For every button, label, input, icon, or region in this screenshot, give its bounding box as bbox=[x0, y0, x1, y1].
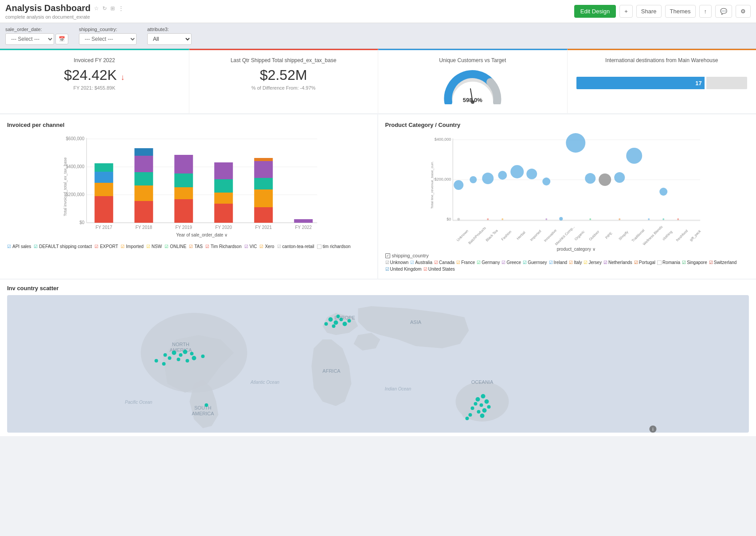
filter-shipping-country-label: shipping_country: bbox=[79, 27, 137, 32]
svg-text:NORTH: NORTH bbox=[172, 342, 189, 347]
gauge-value: 598.0% bbox=[463, 97, 482, 103]
scatter-title: Product Category / Country bbox=[385, 122, 749, 128]
svg-text:MeshKit Comp...: MeshKit Comp... bbox=[554, 225, 575, 246]
svg-point-87 bbox=[545, 218, 547, 220]
svg-rect-22 bbox=[134, 148, 153, 156]
charts-row: Invoiced per channel $600,000 $400,000 $… bbox=[0, 114, 756, 279]
svg-rect-21 bbox=[134, 156, 153, 172]
svg-text:Unknown: Unknown bbox=[456, 229, 469, 242]
themes-button[interactable]: Themes bbox=[665, 5, 696, 18]
kpi-last-qtr-title: Last Qtr Shipped Total shipped_ex_tax_ba… bbox=[198, 57, 369, 63]
legend-item-tim-r: ☑ Tim Richardson bbox=[205, 244, 242, 249]
kpi-down-arrow: ↓ bbox=[121, 73, 125, 82]
svg-text:$0: $0 bbox=[79, 220, 85, 225]
svg-point-116 bbox=[332, 324, 336, 328]
svg-text:i: i bbox=[652, 427, 653, 432]
bar-chart-legend: ☑ API sales ☑ DEFAULT shipping contact ☑… bbox=[7, 244, 370, 249]
svg-rect-38 bbox=[254, 158, 273, 161]
add-button[interactable]: + bbox=[619, 5, 633, 18]
star-icon[interactable]: ☆ bbox=[94, 5, 99, 12]
svg-text:FY 2022: FY 2022 bbox=[295, 225, 312, 230]
svg-point-115 bbox=[340, 318, 343, 321]
header-right: Edit Design + Share Themes ↑ 💬 ⚙ bbox=[574, 5, 751, 18]
svg-text:FY 2020: FY 2020 bbox=[215, 225, 232, 230]
svg-rect-19 bbox=[134, 185, 153, 201]
svg-rect-15 bbox=[94, 172, 113, 183]
svg-text:BatchProducts: BatchProducts bbox=[467, 226, 486, 245]
svg-text:Total line_revenue_base_curr.: Total line_revenue_base_curr. bbox=[430, 162, 434, 209]
legend-item-online: ☑ ONLINE bbox=[165, 244, 186, 249]
settings-button[interactable]: ⚙ bbox=[736, 5, 751, 18]
country-netherlands: ☑Netherlands bbox=[603, 260, 632, 265]
svg-point-70 bbox=[454, 180, 463, 190]
share-button[interactable]: Share bbox=[636, 5, 662, 18]
kpi-customers-title: Unique Customers vs Target bbox=[387, 57, 558, 63]
svg-point-132 bbox=[155, 359, 158, 363]
svg-text:Total invoiced_total_ex_tax_ba: Total invoiced_total_ex_tax_base bbox=[63, 158, 67, 217]
svg-text:Imported: Imported bbox=[529, 229, 542, 242]
svg-rect-37 bbox=[254, 161, 273, 178]
kpi-invoiced-title: Invoiced FY 2022 bbox=[9, 57, 180, 63]
country-romania: Romania bbox=[657, 260, 680, 265]
edit-design-button[interactable]: Edit Design bbox=[574, 5, 616, 18]
svg-point-91 bbox=[662, 218, 664, 220]
kpi-last-qtr: Last Qtr Shipped Total shipped_ex_tax_ba… bbox=[189, 49, 379, 113]
svg-text:ASIA: ASIA bbox=[410, 319, 422, 325]
date-picker-button[interactable]: 📅 bbox=[55, 34, 68, 44]
svg-text:FY 2019: FY 2019 bbox=[175, 225, 192, 230]
svg-rect-13 bbox=[94, 196, 113, 223]
refresh-icon[interactable]: ↻ bbox=[102, 5, 107, 12]
svg-point-120 bbox=[348, 319, 351, 323]
svg-point-117 bbox=[337, 315, 340, 318]
kpi-unique-customers: Unique Customers vs Target 598.0% bbox=[378, 49, 568, 113]
svg-text:$200,000: $200,000 bbox=[66, 192, 85, 197]
svg-point-74 bbox=[510, 165, 524, 178]
header-left: Analysis Dashboard ☆ ↻ ⊞ ⋮ complete anal… bbox=[5, 3, 124, 20]
svg-text:Outdoor: Outdoor bbox=[588, 229, 600, 241]
svg-point-86 bbox=[501, 218, 503, 220]
svg-text:$200,000: $200,000 bbox=[434, 177, 451, 181]
svg-point-138 bbox=[487, 405, 491, 409]
kpi-row: Invoiced FY 2022 $24.42K ↓ FY 2021: $455… bbox=[0, 49, 756, 114]
legend-item-tas: ☑ TAS bbox=[189, 244, 203, 249]
filter-shipping-country: shipping_country: --- Select --- bbox=[79, 27, 137, 45]
svg-point-76 bbox=[542, 177, 550, 185]
more-icon[interactable]: ⋮ bbox=[118, 5, 124, 12]
svg-point-80 bbox=[599, 173, 611, 186]
page-title: Analysis Dashboard bbox=[5, 3, 90, 13]
svg-point-131 bbox=[162, 362, 166, 366]
svg-point-139 bbox=[482, 408, 487, 413]
svg-point-141 bbox=[471, 406, 474, 410]
scatter-svg: $400,000 $200,000 $0 Total line_revenue_… bbox=[385, 132, 749, 252]
svg-point-121 bbox=[172, 351, 176, 355]
svg-rect-26 bbox=[174, 173, 193, 187]
svg-point-78 bbox=[566, 133, 585, 153]
svg-text:Shopify: Shopify bbox=[618, 230, 629, 241]
svg-text:AFRICA: AFRICA bbox=[322, 368, 341, 374]
legend-item-xero: ☑ Xero bbox=[259, 244, 274, 249]
gauge-container: 598.0% bbox=[387, 67, 558, 106]
country-greece: ☑Greece bbox=[501, 260, 521, 265]
sale-order-date-select[interactable]: --- Select --- bbox=[5, 33, 54, 45]
svg-text:SOUTH: SOUTH bbox=[194, 405, 212, 410]
shipping-country-select[interactable]: --- Select --- bbox=[79, 33, 137, 45]
svg-point-142 bbox=[480, 414, 485, 418]
upload-button[interactable]: ↑ bbox=[699, 5, 712, 18]
country-switzerland: ☑Switzerland bbox=[709, 260, 737, 265]
filters-bar: sale_order_date: --- Select --- 📅 shippi… bbox=[0, 23, 756, 49]
svg-point-143 bbox=[469, 413, 472, 417]
country-singapore: ☑Singapore bbox=[682, 260, 707, 265]
country-italy: ☑Italy bbox=[569, 260, 582, 265]
svg-text:freshfood: freshfood bbox=[675, 229, 689, 242]
kpi-intl-title: International destinations from Main War… bbox=[576, 57, 748, 63]
svg-rect-29 bbox=[214, 204, 233, 223]
grid-icon[interactable]: ⊞ bbox=[110, 5, 115, 12]
header: Analysis Dashboard ☆ ↻ ⊞ ⋮ complete anal… bbox=[0, 0, 756, 23]
attribute3-select[interactable]: All bbox=[147, 33, 192, 45]
scatter-panel: Product Category / Country $400,000 $200… bbox=[378, 114, 756, 279]
chat-button[interactable]: 💬 bbox=[715, 5, 732, 18]
bar-chart-area: $600,000 $400,000 $200,000 $0 Total invo… bbox=[12, 134, 370, 241]
svg-point-113 bbox=[329, 317, 333, 322]
svg-point-133 bbox=[476, 397, 480, 402]
header-title-group: Analysis Dashboard ☆ ↻ ⊞ ⋮ complete anal… bbox=[5, 3, 124, 20]
